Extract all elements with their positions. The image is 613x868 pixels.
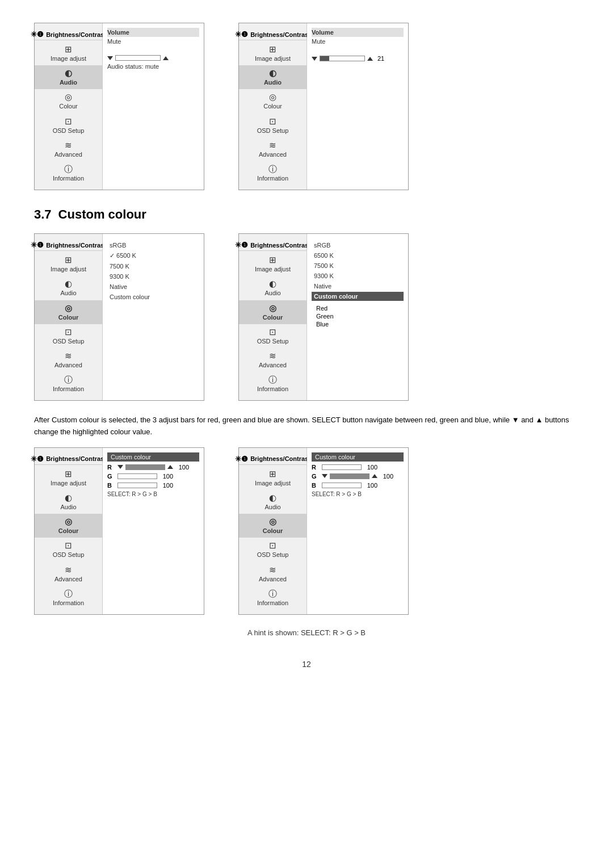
menu-info-3r[interactable]: ⓘ Information (239, 586, 306, 610)
menu-item-information[interactable]: ⓘ Information (35, 161, 102, 185)
menu-item-image-adjust-r[interactable]: ⊞ Image adjust (239, 41, 306, 65)
cc-hint-left: SELECT: R > G > B (107, 491, 199, 497)
menu-colour-2l[interactable]: ◎ Colour (35, 300, 102, 324)
menu-item-colour-r[interactable]: ◎ Colour (239, 89, 306, 113)
bc-header-3l: ✳❶ Brightness/Contrast (35, 452, 102, 465)
brightness-icon-r: ✳❶ (235, 30, 248, 39)
tri-up-icon-r[interactable] (367, 57, 373, 61)
menu-item-colour[interactable]: ◎ Colour (35, 89, 102, 113)
7500k-item-l: 7500 K (107, 262, 199, 271)
native-item-l: Native (107, 282, 199, 291)
audio-icon-r: ◐ (269, 68, 276, 78)
cc-g-row-left: G 100 (107, 473, 199, 480)
g-tri-down-r[interactable] (322, 474, 328, 478)
menu-audio-2r[interactable]: ◐ Audio (239, 276, 306, 300)
menu-colour-3l[interactable]: ◎ Colour (35, 514, 102, 538)
colour-icon: ◎ (65, 92, 72, 102)
r-track-l (125, 464, 165, 470)
brightness-icon-2l: ✳❶ (31, 241, 44, 249)
menu-image-2r[interactable]: ⊞ Image adjust (239, 252, 306, 276)
g-value-l: 100 (159, 473, 173, 480)
g-label-l: G (107, 473, 115, 480)
slider-track (115, 55, 161, 61)
image-adjust-icon: ⊞ (65, 44, 72, 54)
menu-colour-3r[interactable]: ◎ Colour (239, 514, 306, 538)
b-track-r (322, 483, 362, 488)
menu-image-2l[interactable]: ⊞ Image adjust (35, 252, 102, 276)
custom-item-l: Custom colour (107, 292, 199, 301)
menu-adv-3r[interactable]: ≋ Advanced (239, 562, 306, 586)
info-icon-2l: ⓘ (64, 375, 73, 385)
osd-icon-2r: ⊡ (269, 327, 276, 337)
colour-icon-2l: ◎ (65, 303, 72, 313)
osd-icon-3r: ⊡ (269, 540, 276, 551)
menu-audio-3l[interactable]: ◐ Audio (35, 490, 102, 514)
audio-icon-2l: ◐ (65, 279, 72, 289)
osd-panel-3-left: ✳❶ Brightness/Contrast ⊞ Image adjust ◐ … (34, 447, 204, 615)
osd-menu-1-left: ✳❶ Brightness/Contrast ⊞ Image adjust ◐ … (35, 23, 103, 190)
mute-item: Mute (107, 37, 199, 46)
menu-audio-3r[interactable]: ◐ Audio (239, 490, 306, 514)
9300k-item-r: 9300 K (312, 271, 404, 280)
info-icon-3r: ⓘ (268, 589, 277, 599)
menu-osd-3r[interactable]: ⊡ OSD Setup (239, 538, 306, 561)
r-tri-down-l[interactable] (117, 465, 123, 469)
menu-osd-2r[interactable]: ⊡ OSD Setup (239, 324, 306, 348)
tri-down-icon[interactable] (107, 56, 113, 60)
native-item-r: Native (312, 282, 404, 291)
g-tri-up-r[interactable] (372, 474, 377, 478)
osd-panel-1-right: ✳❶ Brightness/Contrast ⊞ Image adjust ◐ … (238, 23, 409, 190)
menu-image-3l[interactable]: ⊞ Image adjust (35, 466, 102, 490)
osd-content-3-left: Custom colour R 100 G 100 B 100 SELECT (103, 448, 204, 614)
osd-panel-2-left: ✳❶ Brightness/Contrast ⊞ Image adjust ◐ … (34, 233, 204, 401)
info-icon-r: ⓘ (268, 164, 277, 174)
colour-list-left: sRGB 6500 K 7500 K 9300 K Native Custom … (107, 238, 199, 304)
menu-adv-3l[interactable]: ≋ Advanced (35, 562, 102, 586)
volume-item: Volume (107, 28, 199, 37)
menu-adv-2l[interactable]: ≋ Advanced (35, 348, 102, 372)
tri-down-icon-r[interactable] (312, 57, 317, 61)
menu-item-adv-r[interactable]: ≋ Advanced (239, 137, 306, 161)
menu-image-3r[interactable]: ⊞ Image adjust (239, 466, 306, 490)
menu-item-info-r[interactable]: ⓘ Information (239, 161, 306, 185)
osd-panel-1-left: ✳❶ Brightness/Contrast ⊞ Image adjust ◐ … (34, 23, 204, 190)
menu-osd-3l[interactable]: ⊡ OSD Setup (35, 538, 102, 561)
tri-up-icon[interactable] (163, 56, 169, 60)
menu-info-3l[interactable]: ⓘ Information (35, 586, 102, 610)
panel-row-3: ✳❶ Brightness/Contrast ⊞ Image adjust ◐ … (34, 447, 579, 615)
g-value-r: 100 (380, 473, 393, 480)
brightness-icon-3l: ✳❶ (31, 455, 44, 463)
6500k-item-r: 6500 K (312, 251, 404, 260)
info-icon-2r: ⓘ (268, 375, 277, 385)
menu-item-osd-setup[interactable]: ⊡ OSD Setup (35, 114, 102, 137)
menu-audio-2l[interactable]: ◐ Audio (35, 276, 102, 300)
menu-item-osd-r[interactable]: ⊡ OSD Setup (239, 114, 306, 137)
menu-colour-2r[interactable]: ◎ Colour (239, 300, 306, 324)
adv-icon-2r: ≋ (269, 351, 276, 361)
menu-item-advanced[interactable]: ≋ Advanced (35, 137, 102, 161)
r-tri-up-l[interactable] (167, 465, 173, 469)
audio-status: Audio status: mute (107, 63, 199, 70)
menu-info-2r[interactable]: ⓘ Information (239, 372, 306, 396)
g-track-l (117, 473, 157, 479)
menu-item-audio[interactable]: ◐ Audio (35, 65, 102, 89)
menu-adv-2r[interactable]: ≋ Advanced (239, 348, 306, 372)
b-value-r: 100 (364, 482, 377, 489)
osd-setup-icon: ⊡ (65, 116, 72, 127)
b-label-r: B (312, 482, 320, 489)
bc-header: ✳❶ Brightness/Contrast (35, 28, 102, 40)
menu-item-image-adjust[interactable]: ⊞ Image adjust (35, 41, 102, 65)
image-icon-2r: ⊞ (269, 255, 276, 265)
cc-r-row-right: R 100 (312, 464, 404, 471)
osd-icon-3l: ⊡ (65, 540, 72, 551)
r-label-l: R (107, 464, 115, 471)
g-track-r (330, 473, 370, 479)
menu-osd-2l[interactable]: ⊡ OSD Setup (35, 324, 102, 348)
osd-menu-1-right: ✳❶ Brightness/Contrast ⊞ Image adjust ◐ … (239, 23, 307, 190)
menu-info-2l[interactable]: ⓘ Information (35, 372, 102, 396)
image-adjust-icon-r: ⊞ (269, 44, 276, 54)
menu-item-audio-r[interactable]: ◐ Audio (239, 65, 306, 89)
slider-track-r (320, 56, 365, 61)
brightness-icon-3r: ✳❶ (235, 455, 248, 463)
cc-title-left: Custom colour (107, 452, 199, 462)
